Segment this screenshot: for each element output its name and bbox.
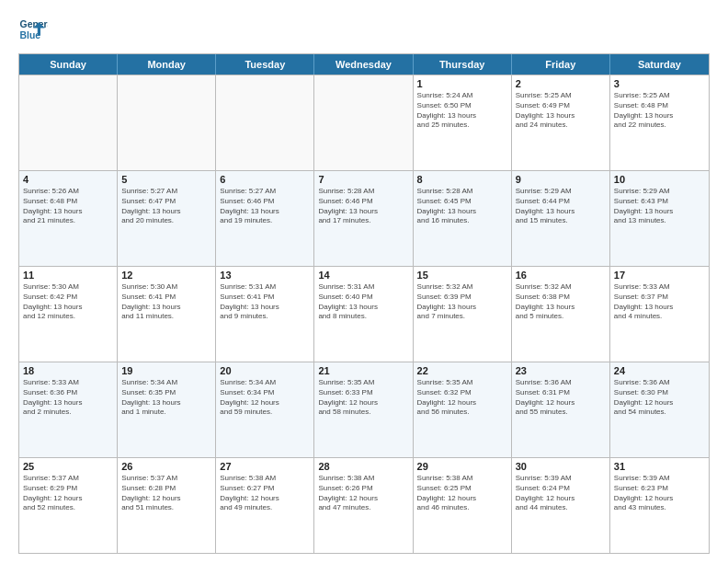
- calendar-cell: 18Sunrise: 5:33 AM Sunset: 6:36 PM Dayli…: [19, 362, 118, 457]
- calendar-cell: 16Sunrise: 5:32 AM Sunset: 6:38 PM Dayli…: [512, 267, 610, 362]
- cell-detail: Sunrise: 5:37 AM Sunset: 6:29 PM Dayligh…: [23, 474, 113, 513]
- cell-detail: Sunrise: 5:32 AM Sunset: 6:38 PM Dayligh…: [516, 282, 606, 322]
- calendar-row: 4Sunrise: 5:26 AM Sunset: 6:48 PM Daylig…: [19, 170, 709, 266]
- calendar-row: 1Sunrise: 5:24 AM Sunset: 6:50 PM Daylig…: [19, 75, 709, 170]
- weekday-header: Wednesday: [314, 54, 413, 75]
- calendar-row: 11Sunrise: 5:30 AM Sunset: 6:42 PM Dayli…: [19, 266, 709, 362]
- day-number: 27: [220, 461, 310, 472]
- calendar-cell: 4Sunrise: 5:26 AM Sunset: 6:48 PM Daylig…: [19, 171, 118, 266]
- calendar-cell: 11Sunrise: 5:30 AM Sunset: 6:42 PM Dayli…: [19, 267, 118, 362]
- calendar-cell: 21Sunrise: 5:35 AM Sunset: 6:33 PM Dayli…: [314, 362, 413, 457]
- day-number: 24: [614, 365, 705, 376]
- day-number: 14: [318, 270, 408, 281]
- cell-detail: Sunrise: 5:31 AM Sunset: 6:41 PM Dayligh…: [220, 282, 310, 322]
- header: General Blue: [18, 15, 710, 44]
- calendar-cell: [216, 75, 314, 170]
- calendar: SundayMondayTuesdayWednesdayThursdayFrid…: [18, 53, 710, 554]
- calendar-cell: [314, 75, 413, 170]
- logo: General Blue: [18, 15, 48, 44]
- calendar-cell: 5Sunrise: 5:27 AM Sunset: 6:47 PM Daylig…: [118, 171, 216, 266]
- day-number: 2: [516, 78, 606, 89]
- calendar-cell: 3Sunrise: 5:25 AM Sunset: 6:48 PM Daylig…: [610, 75, 709, 170]
- day-number: 31: [614, 461, 705, 472]
- logo-icon: General Blue: [18, 15, 48, 44]
- cell-detail: Sunrise: 5:34 AM Sunset: 6:35 PM Dayligh…: [121, 378, 211, 418]
- calendar-cell: 10Sunrise: 5:29 AM Sunset: 6:43 PM Dayli…: [610, 171, 709, 266]
- calendar-cell: 15Sunrise: 5:32 AM Sunset: 6:39 PM Dayli…: [414, 267, 512, 362]
- cell-detail: Sunrise: 5:38 AM Sunset: 6:25 PM Dayligh…: [417, 474, 507, 513]
- calendar-cell: 17Sunrise: 5:33 AM Sunset: 6:37 PM Dayli…: [610, 267, 709, 362]
- cell-detail: Sunrise: 5:36 AM Sunset: 6:30 PM Dayligh…: [614, 378, 705, 418]
- day-number: 6: [220, 174, 310, 185]
- cell-detail: Sunrise: 5:39 AM Sunset: 6:23 PM Dayligh…: [614, 474, 705, 513]
- calendar-cell: 28Sunrise: 5:38 AM Sunset: 6:26 PM Dayli…: [314, 458, 413, 553]
- cell-detail: Sunrise: 5:34 AM Sunset: 6:34 PM Dayligh…: [220, 378, 310, 418]
- cell-detail: Sunrise: 5:33 AM Sunset: 6:36 PM Dayligh…: [23, 378, 113, 418]
- calendar-cell: 24Sunrise: 5:36 AM Sunset: 6:30 PM Dayli…: [610, 362, 709, 457]
- calendar-cell: 12Sunrise: 5:30 AM Sunset: 6:41 PM Dayli…: [118, 267, 216, 362]
- calendar-cell: 6Sunrise: 5:27 AM Sunset: 6:46 PM Daylig…: [216, 171, 314, 266]
- day-number: 13: [220, 270, 310, 281]
- calendar-cell: 23Sunrise: 5:36 AM Sunset: 6:31 PM Dayli…: [512, 362, 610, 457]
- day-number: 17: [614, 270, 705, 281]
- calendar-cell: 2Sunrise: 5:25 AM Sunset: 6:49 PM Daylig…: [512, 75, 610, 170]
- day-number: 25: [23, 461, 113, 472]
- day-number: 23: [516, 365, 606, 376]
- day-number: 11: [23, 270, 113, 281]
- weekday-header: Saturday: [610, 54, 709, 75]
- cell-detail: Sunrise: 5:36 AM Sunset: 6:31 PM Dayligh…: [516, 378, 606, 418]
- calendar-cell: 13Sunrise: 5:31 AM Sunset: 6:41 PM Dayli…: [216, 267, 314, 362]
- calendar-cell: 26Sunrise: 5:37 AM Sunset: 6:28 PM Dayli…: [118, 458, 216, 553]
- day-number: 7: [318, 174, 408, 185]
- cell-detail: Sunrise: 5:28 AM Sunset: 6:46 PM Dayligh…: [318, 187, 408, 226]
- day-number: 21: [318, 365, 408, 376]
- cell-detail: Sunrise: 5:30 AM Sunset: 6:41 PM Dayligh…: [121, 282, 211, 322]
- day-number: 3: [614, 78, 705, 89]
- cell-detail: Sunrise: 5:39 AM Sunset: 6:24 PM Dayligh…: [516, 474, 606, 513]
- weekday-header: Friday: [512, 54, 610, 75]
- cell-detail: Sunrise: 5:25 AM Sunset: 6:48 PM Dayligh…: [614, 91, 705, 131]
- day-number: 20: [220, 365, 310, 376]
- calendar-cell: 27Sunrise: 5:38 AM Sunset: 6:27 PM Dayli…: [216, 458, 314, 553]
- calendar-cell: 14Sunrise: 5:31 AM Sunset: 6:40 PM Dayli…: [314, 267, 413, 362]
- calendar-header: SundayMondayTuesdayWednesdayThursdayFrid…: [19, 54, 709, 75]
- calendar-cell: 19Sunrise: 5:34 AM Sunset: 6:35 PM Dayli…: [118, 362, 216, 457]
- day-number: 28: [318, 461, 408, 472]
- cell-detail: Sunrise: 5:26 AM Sunset: 6:48 PM Dayligh…: [23, 187, 113, 226]
- cell-detail: Sunrise: 5:30 AM Sunset: 6:42 PM Dayligh…: [23, 282, 113, 322]
- cell-detail: Sunrise: 5:24 AM Sunset: 6:50 PM Dayligh…: [417, 91, 507, 131]
- cell-detail: Sunrise: 5:35 AM Sunset: 6:33 PM Dayligh…: [318, 378, 408, 418]
- calendar-cell: 25Sunrise: 5:37 AM Sunset: 6:29 PM Dayli…: [19, 458, 118, 553]
- cell-detail: Sunrise: 5:38 AM Sunset: 6:26 PM Dayligh…: [318, 474, 408, 513]
- calendar-row: 18Sunrise: 5:33 AM Sunset: 6:36 PM Dayli…: [19, 362, 709, 457]
- svg-text:General: General: [20, 19, 48, 29]
- cell-detail: Sunrise: 5:32 AM Sunset: 6:39 PM Dayligh…: [417, 282, 507, 322]
- weekday-header: Tuesday: [216, 54, 314, 75]
- day-number: 19: [121, 365, 211, 376]
- weekday-header: Thursday: [414, 54, 512, 75]
- calendar-cell: 8Sunrise: 5:28 AM Sunset: 6:45 PM Daylig…: [414, 171, 512, 266]
- calendar-cell: 7Sunrise: 5:28 AM Sunset: 6:46 PM Daylig…: [314, 171, 413, 266]
- cell-detail: Sunrise: 5:33 AM Sunset: 6:37 PM Dayligh…: [614, 282, 705, 322]
- cell-detail: Sunrise: 5:38 AM Sunset: 6:27 PM Dayligh…: [220, 474, 310, 513]
- day-number: 9: [516, 174, 606, 185]
- calendar-cell: 29Sunrise: 5:38 AM Sunset: 6:25 PM Dayli…: [414, 458, 512, 553]
- day-number: 5: [121, 174, 211, 185]
- calendar-cell: 31Sunrise: 5:39 AM Sunset: 6:23 PM Dayli…: [610, 458, 709, 553]
- day-number: 18: [23, 365, 113, 376]
- calendar-row: 25Sunrise: 5:37 AM Sunset: 6:29 PM Dayli…: [19, 457, 709, 553]
- cell-detail: Sunrise: 5:29 AM Sunset: 6:43 PM Dayligh…: [614, 187, 705, 226]
- calendar-cell: [19, 75, 118, 170]
- day-number: 15: [417, 270, 507, 281]
- weekday-header: Sunday: [19, 54, 118, 75]
- day-number: 16: [516, 270, 606, 281]
- calendar-cell: 20Sunrise: 5:34 AM Sunset: 6:34 PM Dayli…: [216, 362, 314, 457]
- cell-detail: Sunrise: 5:28 AM Sunset: 6:45 PM Dayligh…: [417, 187, 507, 226]
- calendar-cell: 9Sunrise: 5:29 AM Sunset: 6:44 PM Daylig…: [512, 171, 610, 266]
- calendar-cell: 30Sunrise: 5:39 AM Sunset: 6:24 PM Dayli…: [512, 458, 610, 553]
- day-number: 22: [417, 365, 507, 376]
- day-number: 26: [121, 461, 211, 472]
- calendar-cell: 1Sunrise: 5:24 AM Sunset: 6:50 PM Daylig…: [414, 75, 512, 170]
- day-number: 10: [614, 174, 705, 185]
- day-number: 1: [417, 78, 507, 89]
